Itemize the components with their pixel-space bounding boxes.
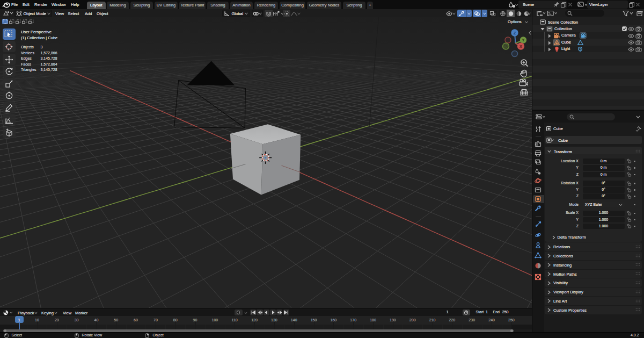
svg-text:X: X <box>519 44 522 49</box>
svg-text:Z: Z <box>514 31 516 35</box>
svg-text:Y: Y <box>522 38 524 42</box>
